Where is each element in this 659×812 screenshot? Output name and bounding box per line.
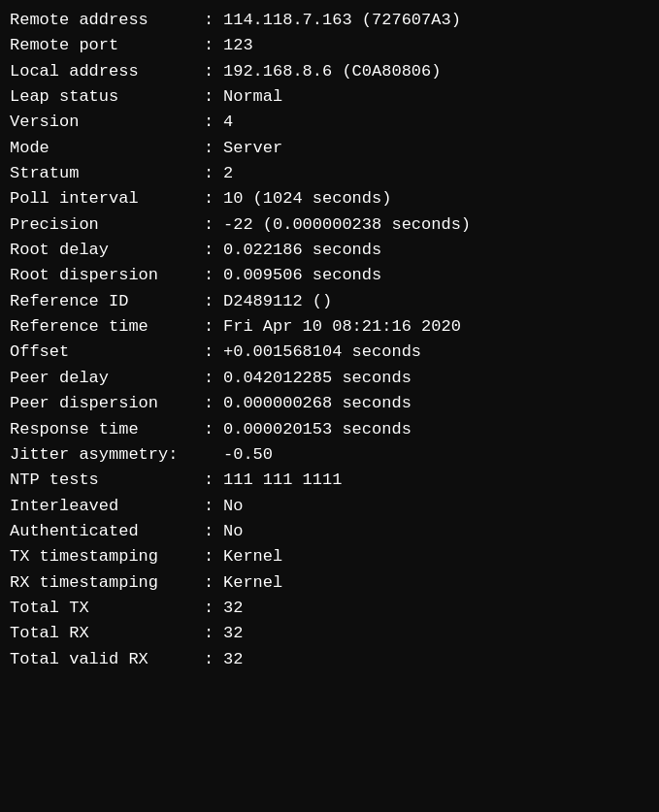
table-row: Remote address: 114.118.7.163 (727607A3) xyxy=(10,8,649,33)
row-separator: : xyxy=(204,8,223,33)
row-separator: : xyxy=(204,110,223,135)
row-value: Server xyxy=(223,136,282,161)
row-label: Remote address xyxy=(10,8,204,33)
row-value: -0.50 xyxy=(223,442,273,468)
row-value: Kernel xyxy=(223,570,282,596)
row-value: Kernel xyxy=(223,544,282,569)
row-label: Root delay xyxy=(10,238,204,263)
row-separator: : xyxy=(204,570,223,596)
row-value: Normal xyxy=(223,84,282,110)
row-label: Reference time xyxy=(10,314,204,340)
table-row: Peer dispersion: 0.000000268 seconds xyxy=(10,391,649,416)
row-value: 192.168.8.6 (C0A80806) xyxy=(223,59,441,84)
row-separator: : xyxy=(204,519,223,544)
row-separator: : xyxy=(204,417,223,442)
row-value: 0.022186 seconds xyxy=(223,238,381,263)
row-value: 123 xyxy=(223,33,253,58)
row-separator: : xyxy=(204,186,223,211)
row-label: Jitter asymmetry: xyxy=(10,442,204,468)
row-value: 0.000000268 seconds xyxy=(223,391,412,416)
table-row: RX timestamping: Kernel xyxy=(10,570,649,596)
table-row: Jitter asymmetry: -0.50 xyxy=(10,442,649,468)
row-label: Leap status xyxy=(10,84,204,110)
table-row: Total TX: 32 xyxy=(10,596,649,621)
row-value: 10 (1024 seconds) xyxy=(223,186,391,211)
row-separator: : xyxy=(204,494,223,519)
row-separator: : xyxy=(204,596,223,621)
table-row: Reference time: Fri Apr 10 08:21:16 2020 xyxy=(10,314,649,340)
row-separator: : xyxy=(204,238,223,263)
row-label: Offset xyxy=(10,340,204,365)
table-row: Poll interval: 10 (1024 seconds) xyxy=(10,186,649,211)
table-row: Mode: Server xyxy=(10,136,649,161)
row-value: +0.001568104 seconds xyxy=(223,340,421,365)
row-separator: : xyxy=(204,621,223,646)
row-label: Precision xyxy=(10,212,204,238)
table-row: Leap status: Normal xyxy=(10,84,649,110)
row-label: Total RX xyxy=(10,621,204,646)
row-label: Peer dispersion xyxy=(10,391,204,416)
row-label: Reference ID xyxy=(10,289,204,314)
row-label: Root dispersion xyxy=(10,263,204,288)
table-row: Peer delay: 0.042012285 seconds xyxy=(10,366,649,391)
row-label: NTP tests xyxy=(10,468,204,493)
row-value: 114.118.7.163 (727607A3) xyxy=(223,8,461,33)
row-label: Poll interval xyxy=(10,186,204,211)
row-label: Total TX xyxy=(10,596,204,621)
row-value: No xyxy=(223,494,243,519)
row-separator: : xyxy=(204,366,223,391)
row-label: TX timestamping xyxy=(10,544,204,569)
row-label: Authenticated xyxy=(10,519,204,544)
table-row: Total RX: 32 xyxy=(10,621,649,646)
row-label: Interleaved xyxy=(10,494,204,519)
table-row: Authenticated: No xyxy=(10,519,649,544)
row-label: Mode xyxy=(10,136,204,161)
table-row: NTP tests: 111 111 1111 xyxy=(10,468,649,493)
row-label: RX timestamping xyxy=(10,570,204,596)
row-separator: : xyxy=(204,289,223,314)
row-separator: : xyxy=(204,647,223,672)
table-row: Precision: -22 (0.000000238 seconds) xyxy=(10,212,649,238)
row-separator: : xyxy=(204,33,223,58)
row-value: 2 xyxy=(223,161,233,186)
row-label: Version xyxy=(10,110,204,135)
row-value: No xyxy=(223,519,243,544)
row-separator: : xyxy=(204,468,223,493)
row-label: Response time xyxy=(10,417,204,442)
row-label: Total valid RX xyxy=(10,647,204,672)
row-value: 0.042012285 seconds xyxy=(223,366,412,391)
row-value: 0.009506 seconds xyxy=(223,263,381,288)
row-separator: : xyxy=(204,84,223,110)
row-value: 32 xyxy=(223,596,243,621)
row-label: Peer delay xyxy=(10,366,204,391)
row-value: D2489112 () xyxy=(223,289,332,314)
row-separator: : xyxy=(204,59,223,84)
table-row: Interleaved: No xyxy=(10,494,649,519)
row-value: 0.000020153 seconds xyxy=(223,417,412,442)
row-separator: : xyxy=(204,161,223,186)
table-row: Stratum: 2 xyxy=(10,161,649,186)
table-row: TX timestamping: Kernel xyxy=(10,544,649,569)
row-label: Remote port xyxy=(10,33,204,58)
table-row: Offset: +0.001568104 seconds xyxy=(10,340,649,365)
table-row: Local address: 192.168.8.6 (C0A80806) xyxy=(10,59,649,84)
row-separator: : xyxy=(204,136,223,161)
row-value: 111 111 1111 xyxy=(223,468,342,493)
row-separator: : xyxy=(204,314,223,340)
table-row: Version: 4 xyxy=(10,110,649,135)
row-label: Local address xyxy=(10,59,204,84)
table-row: Root dispersion: 0.009506 seconds xyxy=(10,263,649,288)
row-value: 32 xyxy=(223,647,243,672)
row-label: Stratum xyxy=(10,161,204,186)
row-separator: : xyxy=(204,340,223,365)
table-row: Remote port: 123 xyxy=(10,33,649,58)
row-separator: : xyxy=(204,263,223,288)
ntp-info-table: Remote address: 114.118.7.163 (727607A3)… xyxy=(10,8,649,672)
row-value: 4 xyxy=(223,110,233,135)
row-value: 32 xyxy=(223,621,243,646)
table-row: Root delay: 0.022186 seconds xyxy=(10,238,649,263)
row-separator: : xyxy=(204,544,223,569)
table-row: Reference ID: D2489112 () xyxy=(10,289,649,314)
row-separator: : xyxy=(204,391,223,416)
row-value: Fri Apr 10 08:21:16 2020 xyxy=(223,314,461,340)
